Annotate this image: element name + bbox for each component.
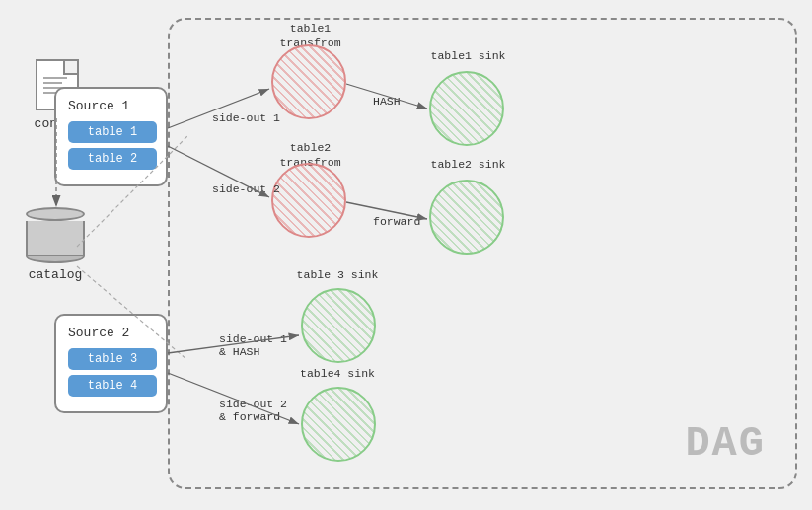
table2-transform-circle bbox=[271, 163, 346, 238]
table1-sink-label: table1 sink bbox=[426, 49, 510, 64]
source1-table1-btn[interactable]: table 1 bbox=[68, 121, 157, 143]
table1-sink-circle bbox=[429, 71, 504, 146]
catalog-label: catalog bbox=[18, 267, 93, 282]
diagram-container: config catalog DAG Source 1 table 1 tabl… bbox=[0, 0, 812, 510]
source2-title: Source 2 bbox=[68, 326, 154, 340]
table3-sink-circle bbox=[301, 288, 376, 363]
arrow-label-side-out-2: side-out 2 bbox=[212, 182, 280, 195]
table2-sink-circle bbox=[429, 180, 504, 255]
table3-sink-label: table 3 sink bbox=[294, 268, 381, 283]
arrow-label-forward: forward bbox=[373, 215, 420, 228]
source1-table2-btn[interactable]: table 2 bbox=[68, 148, 157, 170]
arrow-label-side-out-2-forward: side-out 2& forward bbox=[219, 398, 287, 423]
table2-sink-label: table2 sink bbox=[426, 158, 510, 173]
arrow-label-side-out-1: side-out 1 bbox=[212, 111, 280, 124]
cylinder bbox=[26, 207, 85, 263]
arrow-label-hash: HASH bbox=[373, 95, 401, 108]
table1-transform-circle bbox=[271, 44, 346, 119]
dag-label: DAG bbox=[685, 420, 766, 468]
source1-title: Source 1 bbox=[68, 99, 154, 113]
catalog-icon: catalog bbox=[18, 207, 93, 282]
source2-table3-btn[interactable]: table 3 bbox=[68, 348, 157, 370]
table4-sink-circle bbox=[301, 387, 376, 462]
source2-table4-btn[interactable]: table 4 bbox=[68, 375, 157, 397]
source1-box: Source 1 table 1 table 2 bbox=[54, 87, 168, 186]
table4-sink-label: table4 sink bbox=[294, 367, 381, 382]
arrow-label-side-out-1-hash: side-out 1& HASH bbox=[219, 332, 287, 358]
source2-box: Source 2 table 3 table 4 bbox=[54, 314, 168, 413]
